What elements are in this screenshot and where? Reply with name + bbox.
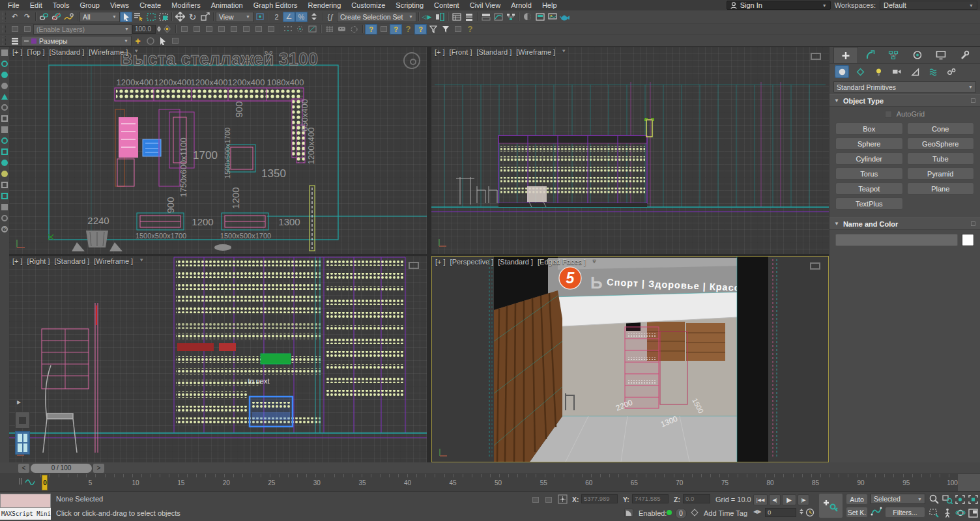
viewport-menu-plus[interactable]: [+ ]	[435, 258, 446, 266]
timeline-tick[interactable]: 70	[675, 479, 684, 486]
primitive-button[interactable]: Cone	[907, 122, 975, 135]
menu-item[interactable]: Group	[74, 1, 105, 10]
lock-set-button[interactable]	[169, 36, 181, 46]
angle-snap-button[interactable]: ∠	[283, 12, 295, 22]
subtab-lights[interactable]	[871, 65, 886, 78]
layer-list-icon[interactable]	[8, 24, 21, 35]
viewport-shading[interactable]: [Wireframe ]	[89, 48, 128, 56]
clip-icon[interactable]	[1, 193, 8, 199]
absolute-offset-toggle[interactable]	[558, 494, 568, 505]
menu-item[interactable]: Rendering	[303, 1, 347, 10]
tab-motion[interactable]	[906, 47, 929, 63]
timeline-tick[interactable]: 40	[403, 479, 412, 486]
viewport-style[interactable]: [Standard ]	[498, 258, 533, 266]
object-type-rollout-header[interactable]: ▼ Object Type	[829, 94, 980, 107]
percent-snap-button[interactable]: %	[295, 12, 308, 22]
menu-item[interactable]: Customize	[346, 1, 390, 10]
wireframe-override-icon[interactable]: ?	[402, 24, 414, 35]
redo-button[interactable]: ↷	[21, 12, 33, 22]
sign-in-button[interactable]: Sign In ▼	[727, 1, 831, 10]
target-icon[interactable]	[1, 204, 8, 210]
create-layer-icon[interactable]	[21, 24, 33, 35]
subtab-systems[interactable]	[944, 65, 958, 78]
offset-mode-icon[interactable]	[190, 24, 203, 35]
viewport-nav-icon[interactable]	[811, 53, 821, 60]
current-frame-field[interactable]: 0	[765, 508, 796, 517]
maximize-viewport-icon[interactable]	[967, 507, 979, 518]
render-setup-button[interactable]	[534, 12, 546, 22]
select-and-rotate-button[interactable]: ↻	[186, 12, 199, 22]
viewport-top[interactable]: Выста стеллажей 3100 1200x400 1200x400 1…	[9, 47, 427, 254]
keyboard-override-icon[interactable]	[265, 24, 277, 35]
timeline-tick[interactable]: 30	[312, 479, 321, 486]
subtab-spacewarps[interactable]	[926, 65, 940, 78]
bind-to-spacewarp-icon[interactable]	[63, 12, 75, 22]
primitive-button[interactable]: Sphere	[835, 137, 903, 150]
timeline-tick[interactable]: 55	[539, 479, 548, 486]
viewport-style[interactable]: [Standard ]	[50, 48, 85, 56]
display-funnel-icon[interactable]	[439, 24, 452, 35]
frame-icon[interactable]	[1, 182, 8, 188]
toolbar-handle[interactable]	[3, 25, 6, 34]
viewport-right[interactable]: to next [+ ] [Right ] [Standard ] [Wiref…	[9, 256, 427, 462]
named-selection-set-dropdown[interactable]: Create Selection Set ▼	[337, 12, 416, 22]
manipulate-icon[interactable]	[252, 24, 265, 35]
edge-faces-toggle[interactable]: ?	[390, 24, 402, 35]
select-and-scale-button[interactable]	[199, 12, 211, 22]
viewport-menu-caret[interactable]: ▼	[561, 48, 566, 56]
subtab-shapes[interactable]	[853, 65, 867, 78]
set-key-button[interactable]: Set K.	[846, 507, 868, 518]
shade-selected-toggle[interactable]: ?	[365, 24, 377, 35]
viewport-shading[interactable]: [Edged Faces ]	[538, 258, 586, 266]
align-button[interactable]	[433, 12, 446, 22]
viewport-shading[interactable]: [Wireframe ]	[516, 48, 555, 56]
primitive-button[interactable]: Torus	[835, 167, 903, 180]
workspace-dropdown[interactable]: Default ▼	[880, 1, 977, 10]
viewport-perspective[interactable]: 5 Ь Спорт | Здоровье | Красота 2200 1300…	[431, 256, 829, 462]
x-coordinate-field[interactable]: 5377.989	[581, 494, 618, 503]
sphere-icon[interactable]	[1, 104, 8, 111]
notes-icon[interactable]	[1, 115, 8, 122]
add-selection-button[interactable]: +	[132, 36, 144, 46]
named-selection-dropdown[interactable]: Размеры ▼	[21, 36, 132, 46]
menu-item[interactable]: Edit	[25, 1, 48, 10]
toolbar-handle[interactable]	[3, 36, 6, 46]
snap-grid-points-icon[interactable]	[281, 24, 294, 35]
key-filters-button[interactable]: Filters...	[885, 507, 925, 518]
primitive-button[interactable]: Plane	[907, 182, 975, 195]
sun-icon[interactable]	[1, 83, 8, 89]
track-bar[interactable]: 0510152025303540455055606570758085909510…	[0, 474, 980, 492]
tab-create[interactable]	[833, 47, 858, 63]
auto-key-button[interactable]: Auto	[846, 494, 868, 505]
layers-dropdown[interactable]: (Enable Layers) ▼	[33, 24, 132, 35]
add-time-tag[interactable]: Add Time Tag	[704, 509, 747, 517]
grid-toggle-icon[interactable]	[323, 24, 336, 35]
viewport-name[interactable]: [Perspective ]	[450, 258, 494, 266]
primitive-button[interactable]: GeoSphere	[907, 137, 975, 150]
timeline-tick[interactable]: 35	[358, 479, 367, 486]
tab-utilities[interactable]	[953, 47, 976, 63]
schematic-view-button[interactable]	[504, 12, 517, 22]
material-editor-button[interactable]	[521, 12, 534, 22]
maxscript-mini-label[interactable]: MAXScript Mini	[0, 508, 51, 520]
autogrid-checkbox[interactable]	[885, 111, 892, 118]
zoom-icon[interactable]	[928, 494, 940, 505]
timeline-tick[interactable]: 45	[448, 479, 457, 486]
keyframe-icon[interactable]	[161, 24, 173, 35]
curve-editor-button[interactable]	[492, 12, 504, 22]
viewport-nav-icon[interactable]	[810, 262, 820, 270]
time-slider[interactable]: 0 / 100	[31, 464, 92, 473]
zoom-all-icon[interactable]	[941, 494, 953, 505]
menu-item[interactable]: Views	[105, 1, 134, 10]
x-constraint-icon[interactable]	[203, 24, 215, 35]
walk-through-icon[interactable]	[941, 507, 953, 518]
orbit-icon[interactable]	[954, 507, 966, 518]
subtab-geometry[interactable]	[835, 65, 849, 78]
viewport-name[interactable]: [Top ]	[27, 48, 45, 56]
layout-tabs-arrow[interactable]: ▸	[17, 397, 21, 406]
timeline-tick[interactable]: 10	[131, 479, 140, 486]
time-configuration-icon[interactable]	[805, 508, 814, 518]
viewport-front[interactable]: [+ ] [Front ] [Standard ] [Wireframe ] ▼	[431, 47, 829, 254]
help-icon[interactable]: ?	[1, 226, 8, 232]
enabled-count-button[interactable]: 0	[675, 508, 687, 519]
